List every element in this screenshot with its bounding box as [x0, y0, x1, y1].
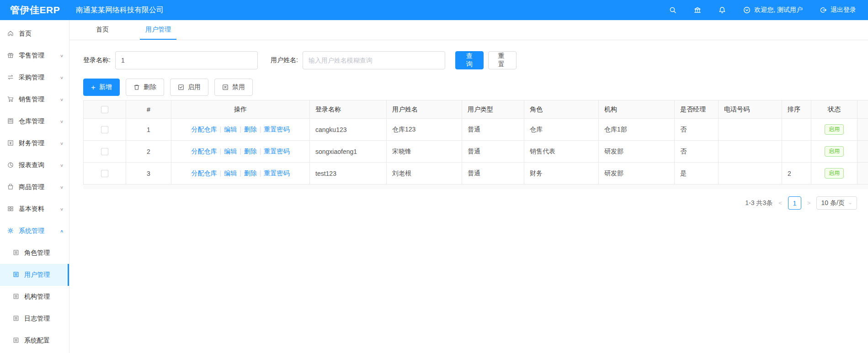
- cell-role: 仓库: [524, 119, 599, 141]
- page-number-button[interactable]: 1: [788, 196, 801, 210]
- table-row: 1分配仓库|编辑|删除|重置密码cangku123仓库123普通仓库仓库1部否启…: [84, 119, 868, 141]
- storage-icon: [7, 117, 14, 126]
- link-divider: |: [240, 148, 241, 155]
- chevron-down-icon: ∨: [60, 75, 64, 80]
- cell-select: [84, 163, 126, 184]
- sidebar-item-system[interactable]: 系统管理∧: [0, 220, 69, 242]
- logout-button[interactable]: 退出登录: [819, 6, 856, 14]
- column-header-user_type: 用户类型: [462, 100, 524, 119]
- cell-user_name: 仓库123: [387, 119, 462, 141]
- action-link-edit[interactable]: 编辑: [224, 148, 237, 155]
- row-checkbox[interactable]: [101, 170, 108, 177]
- cell-user_type: 普通: [462, 119, 524, 141]
- enable-button[interactable]: 启用: [170, 79, 208, 96]
- column-header-is_manager: 是否经理: [675, 100, 719, 119]
- sidebar-item-user[interactable]: 用户管理: [0, 264, 69, 286]
- action-link-delete[interactable]: 删除: [244, 169, 257, 177]
- cell-org: 仓库1部: [599, 119, 675, 141]
- cell-is_manager: 是: [675, 163, 719, 184]
- cell-index: 1: [126, 119, 171, 141]
- top-bar: 管伊佳ERP 南通某某网络科技有限公司 欢迎您, 测试用户: [0, 0, 868, 20]
- logout-text: 退出登录: [831, 6, 856, 14]
- action-link-edit[interactable]: 编辑: [224, 169, 237, 177]
- logout-icon: [819, 6, 827, 14]
- tab-home[interactable]: 首页: [91, 20, 114, 40]
- sidebar-item-report[interactable]: 报表查询∨: [0, 154, 69, 176]
- action-link-delete[interactable]: 删除: [244, 126, 257, 133]
- table-hscrollbar[interactable]: [83, 184, 868, 189]
- cell-role: 销售代表: [524, 141, 599, 163]
- sidebar-item-log[interactable]: 日志管理: [0, 308, 69, 330]
- search-icon[interactable]: [669, 6, 677, 14]
- sidebar-item-config[interactable]: 系统配置: [0, 330, 69, 352]
- action-link-assign-warehouse[interactable]: 分配仓库: [192, 148, 217, 155]
- reset-button[interactable]: 重 置: [488, 51, 517, 69]
- action-link-reset-password[interactable]: 重置密码: [264, 126, 289, 133]
- doc-icon: [12, 249, 20, 258]
- action-link-edit[interactable]: 编辑: [224, 126, 237, 133]
- user-name-label: 用户姓名:: [271, 56, 298, 64]
- action-link-delete[interactable]: 删除: [244, 148, 257, 155]
- sidebar-item-purchase[interactable]: 采购管理∨: [0, 67, 69, 89]
- sidebar-item-goods[interactable]: 商品管理∨: [0, 176, 69, 198]
- user-name-input[interactable]: [303, 51, 445, 69]
- cell-sort: [782, 141, 811, 163]
- cell-phone: [719, 141, 782, 163]
- column-header-user_name: 用户姓名: [387, 100, 462, 119]
- select-all-cell: [84, 100, 126, 119]
- cell-phone: [719, 163, 782, 184]
- action-link-reset-password[interactable]: 重置密码: [264, 148, 289, 155]
- sidebar-item-sales[interactable]: 销售管理∨: [0, 89, 69, 111]
- down-circle-icon: [743, 6, 751, 14]
- search-button[interactable]: 查 询: [455, 51, 484, 69]
- filter-row: 登录名称: 用户姓名: 查 询 重 置: [83, 51, 868, 69]
- content: 登录名称: 用户姓名: 查 询 重 置 + 新增 删除: [69, 40, 868, 210]
- sidebar-item-role[interactable]: 角色管理: [0, 242, 69, 264]
- status-badge: 启用: [825, 168, 844, 178]
- users-table: #操作登录名称用户姓名用户类型角色机构是否经理电话号码排序状态1分配仓库|编辑|…: [83, 100, 868, 189]
- bell-icon[interactable]: [718, 6, 726, 14]
- select-all-checkbox[interactable]: [101, 106, 108, 113]
- sidebar-submenu-system: 角色管理用户管理机构管理日志管理系统配置: [0, 242, 69, 352]
- action-link-assign-warehouse[interactable]: 分配仓库: [192, 169, 217, 177]
- sidebar-item-home[interactable]: 首页: [0, 23, 69, 45]
- disable-button[interactable]: 禁用: [214, 79, 253, 96]
- chevron-down-icon: ∨: [60, 163, 64, 168]
- gift-icon: [7, 52, 14, 60]
- action-link-assign-warehouse[interactable]: 分配仓库: [192, 126, 217, 133]
- sidebar-item-label: 系统配置: [24, 337, 50, 345]
- tab-user-management[interactable]: 用户管理: [140, 20, 176, 40]
- pagination-total: 1-3 共3条: [745, 199, 772, 207]
- next-page-button[interactable]: >: [806, 200, 812, 206]
- x-square-icon: [222, 84, 229, 90]
- bank-icon[interactable]: [693, 6, 702, 14]
- company-name: 南通某某网络科技有限公司: [76, 5, 164, 15]
- sidebar-item-finance[interactable]: 财务管理∨: [0, 132, 69, 154]
- cell-index: 3: [126, 163, 171, 184]
- sidebar-item-label: 报表查询: [19, 161, 44, 169]
- column-header-status: 状态: [811, 100, 857, 119]
- sidebar-item-retail[interactable]: 零售管理∨: [0, 45, 69, 67]
- add-button[interactable]: + 新增: [83, 79, 120, 96]
- page-size-select[interactable]: 10 条/页 ⌄: [816, 196, 857, 210]
- sidebar-item-org[interactable]: 机构管理: [0, 286, 69, 308]
- sidebar-item-warehouse[interactable]: 仓库管理∨: [0, 111, 69, 132]
- cell-is_manager: 否: [675, 119, 719, 141]
- sidebar-item-basic[interactable]: 基本资料∨: [0, 198, 69, 220]
- action-link-reset-password[interactable]: 重置密码: [264, 169, 289, 177]
- row-checkbox[interactable]: [101, 126, 108, 133]
- row-checkbox[interactable]: [101, 148, 108, 155]
- link-divider: |: [240, 169, 241, 177]
- prev-page-button[interactable]: <: [777, 200, 783, 206]
- delete-button[interactable]: 删除: [126, 79, 164, 96]
- cell-actions: 分配仓库|编辑|删除|重置密码: [171, 141, 310, 163]
- table-scroll-gutter: [857, 141, 868, 163]
- sidebar-item-label: 零售管理: [19, 52, 44, 60]
- user-welcome[interactable]: 欢迎您, 测试用户: [743, 6, 803, 14]
- home-icon: [7, 30, 14, 38]
- login-name-input[interactable]: [115, 51, 258, 69]
- main-area: 首页用户管理 登录名称: 用户姓名: 查 询 重 置 + 新增: [69, 20, 868, 353]
- column-header-login_name: 登录名称: [310, 100, 387, 119]
- trash-icon: [133, 84, 140, 90]
- cell-actions: 分配仓库|编辑|删除|重置密码: [171, 163, 310, 184]
